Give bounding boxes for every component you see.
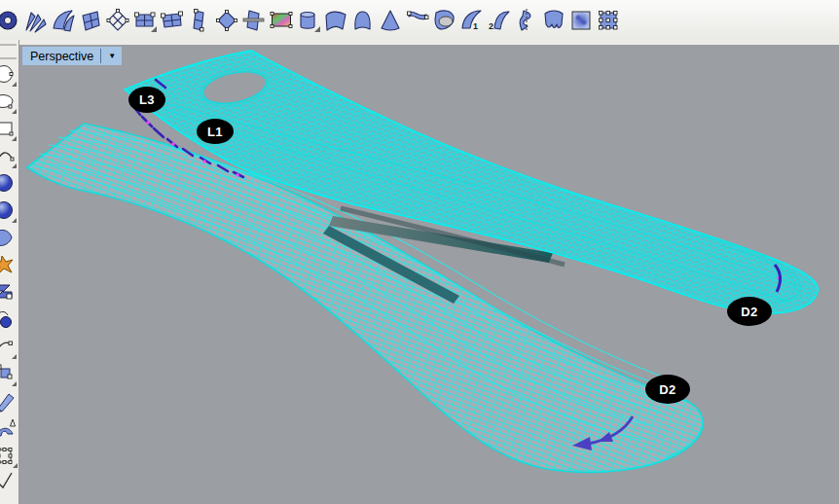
lattice-point-grid-icon[interactable] bbox=[595, 5, 621, 36]
viewport-tab-divider bbox=[100, 49, 101, 63]
revolve-dome-icon[interactable] bbox=[349, 5, 376, 36]
extrude-to-point-icon[interactable] bbox=[377, 5, 403, 36]
control-point-tool-icon[interactable] bbox=[0, 361, 18, 388]
surface-network-icon[interactable] bbox=[77, 5, 103, 36]
work-area: Perspective ▼ bbox=[0, 40, 839, 504]
clipping-plane-icon[interactable] bbox=[240, 5, 267, 36]
scene-3d bbox=[19, 45, 839, 504]
point-tool-icon[interactable] bbox=[0, 306, 18, 334]
revolve-rail-icon[interactable] bbox=[513, 5, 539, 36]
surface-toolbar: 1 2 bbox=[0, 0, 839, 41]
flow-arrow-tool-icon[interactable] bbox=[0, 415, 18, 443]
patch-surface-icon[interactable] bbox=[431, 5, 457, 36]
pencil-curve-tool-icon[interactable] bbox=[0, 388, 18, 415]
lattice-tool-icon[interactable] bbox=[0, 443, 18, 470]
surface-blend-tool-icon[interactable] bbox=[0, 225, 18, 252]
control-point-diamond-icon[interactable] bbox=[213, 5, 239, 36]
toolbar-grip[interactable] bbox=[0, 44, 17, 59]
left-toolbar-sliver bbox=[0, 40, 19, 504]
surface-edge-curves-icon[interactable] bbox=[50, 5, 76, 36]
plane-z-tool-icon[interactable] bbox=[0, 279, 18, 306]
label-dot-D2-upper[interactable]: D2 bbox=[727, 297, 772, 326]
sweep-surface-icon[interactable] bbox=[322, 5, 348, 36]
surface-corner-points-icon[interactable] bbox=[0, 5, 21, 36]
drape-surface-icon[interactable] bbox=[540, 5, 566, 36]
check-tool-icon[interactable] bbox=[0, 470, 18, 497]
surface-point-grid-icon[interactable] bbox=[104, 5, 130, 36]
star-extrude-tool-icon[interactable] bbox=[0, 252, 18, 279]
heightfield-image-icon[interactable] bbox=[268, 5, 294, 36]
extrude-cylinder-icon[interactable] bbox=[295, 5, 321, 36]
arc-points-tool-icon[interactable] bbox=[0, 334, 18, 361]
svg-text:2: 2 bbox=[489, 21, 493, 31]
sphere-tool-icon[interactable] bbox=[0, 170, 18, 198]
viewport-title: Perspective bbox=[30, 50, 93, 63]
label-dot-L1[interactable]: L1 bbox=[197, 119, 234, 144]
viewport-title-tab[interactable]: Perspective ▼ bbox=[22, 47, 122, 65]
circle-tool-icon[interactable] bbox=[0, 61, 18, 89]
blend-surface-icon[interactable]: 2 bbox=[486, 5, 512, 36]
vertical-plane-icon[interactable] bbox=[186, 5, 212, 36]
label-dot-D2-lower[interactable]: D2 bbox=[645, 375, 690, 404]
arc-tool-icon[interactable] bbox=[0, 143, 18, 170]
cutting-plane-grid-icon[interactable] bbox=[159, 5, 185, 36]
fillet-surface-icon[interactable]: 1 bbox=[458, 5, 485, 36]
viewport-canvas[interactable]: Perspective ▼ bbox=[19, 45, 839, 504]
svg-text:1: 1 bbox=[473, 21, 478, 31]
sphere-alt-tool-icon[interactable] bbox=[0, 198, 18, 225]
rectangle-tool-icon[interactable] bbox=[0, 116, 18, 143]
viewport-dropdown-icon[interactable]: ▼ bbox=[108, 53, 118, 60]
label-dot-L3[interactable]: L3 bbox=[128, 87, 165, 113]
ellipse-tool-icon[interactable] bbox=[0, 89, 18, 116]
heightfield-fuzzy-icon[interactable] bbox=[567, 5, 594, 36]
loft-rays-icon[interactable] bbox=[22, 5, 49, 36]
plane-through-points-icon[interactable] bbox=[131, 5, 158, 36]
ribbon-curve-icon[interactable] bbox=[404, 5, 430, 36]
